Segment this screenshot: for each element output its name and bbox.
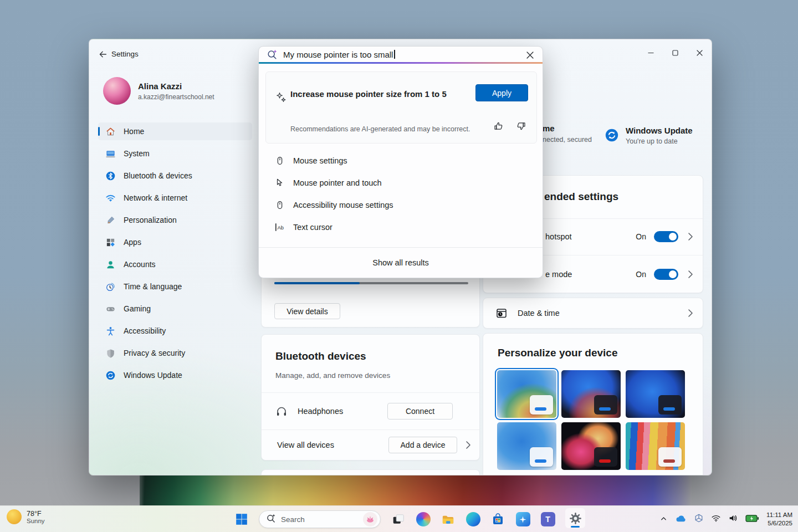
teams-button[interactable]: T — [540, 512, 555, 527]
windows-update-status: You're up to date — [626, 137, 678, 145]
sidebar-item-label: Network & internet — [124, 193, 187, 202]
network-name-fragment: me — [543, 124, 555, 133]
view-all-devices-link[interactable]: View all devices — [277, 441, 388, 449]
sidebar-item-gaming[interactable]: Gaming — [98, 300, 252, 318]
battery-charging-icon[interactable] — [745, 514, 759, 525]
view-details-button[interactable]: View details — [274, 303, 340, 319]
search-popup: My mouse pointer is too small Increase m… — [258, 46, 543, 278]
result-mouse-pointer-touch[interactable]: Mouse pointer and touch — [259, 172, 543, 194]
sidebar-item-bluetooth[interactable]: Bluetooth & devices — [98, 167, 252, 185]
ai-search-icon — [267, 49, 278, 60]
apply-button[interactable]: Apply — [475, 84, 528, 101]
sidebar-item-accessibility[interactable]: Accessibility — [98, 322, 252, 340]
user-email: a.kazzi@fineartschool.net — [138, 93, 214, 101]
tray-chevron-up[interactable] — [659, 514, 668, 525]
result-mouse-settings[interactable]: Mouse settings — [259, 150, 543, 172]
storage-progress-bar — [274, 282, 468, 284]
back-button[interactable] — [97, 48, 109, 60]
store-button[interactable] — [490, 512, 505, 527]
sidebar-item-apps[interactable]: Apps — [98, 233, 252, 251]
file-explorer-icon — [441, 513, 455, 526]
storage-progress-fill — [274, 282, 360, 284]
windows-update-icon — [605, 128, 619, 142]
bluetooth-icon — [105, 170, 116, 181]
theme-thumbnail-stripes[interactable] — [626, 422, 685, 470]
theme-thumbnail-bloom-light-blue[interactable] — [497, 422, 556, 470]
sidebar-item-personalization[interactable]: Personalization — [98, 211, 252, 229]
settings-app-button[interactable] — [565, 508, 585, 528]
theme-thumbnail-bloom-dark-colorful[interactable] — [561, 370, 621, 418]
teams-icon: T — [541, 512, 555, 526]
windows-update-icon — [105, 370, 116, 381]
windows-update-title: Windows Update — [626, 126, 693, 135]
brush-icon — [105, 214, 116, 226]
datetime-label: Date & time — [518, 309, 687, 318]
sidebar-item-time-language[interactable]: Time & language — [98, 278, 252, 295]
sidebar-item-privacy[interactable]: Privacy & security — [98, 344, 252, 362]
maximize-button[interactable] — [663, 45, 687, 60]
bluetooth-footer-row[interactable]: View all devices Add a device — [262, 429, 479, 460]
sidebar-item-accounts[interactable]: Accounts — [98, 255, 252, 273]
window-title: Settings — [111, 50, 139, 58]
theme-thumbnail-bloom-light[interactable] — [497, 370, 556, 418]
taskbar: 78°F Sunny Search T — [0, 505, 798, 532]
add-device-button[interactable]: Add a device — [388, 437, 457, 453]
thumb-down-button[interactable] — [516, 121, 526, 134]
result-text-cursor[interactable]: Ab Text cursor — [259, 216, 543, 238]
search-input[interactable]: My mouse pointer is too small — [259, 47, 543, 62]
avatar[interactable] — [103, 77, 131, 105]
shield-icon — [105, 347, 116, 359]
mouse-icon — [274, 155, 285, 166]
copilot-365-button[interactable] — [515, 512, 530, 527]
toggle-state-label: On — [636, 270, 646, 279]
close-button[interactable] — [687, 45, 712, 60]
search-query: My mouse pointer is too small — [283, 50, 393, 59]
clock-icon — [105, 281, 116, 292]
device-row: Headphones Connect — [262, 392, 479, 429]
sidebar-item-label: Bluetooth & devices — [124, 171, 192, 180]
sidebar-item-network[interactable]: Network & internet — [98, 189, 252, 207]
hexagon-tray-icon[interactable] — [694, 513, 704, 525]
theme-thumbnail-bloom-dark-blue[interactable] — [626, 370, 685, 418]
copilot-365-icon — [516, 512, 530, 526]
theme-thumbnail-floral-dark[interactable] — [561, 422, 621, 470]
show-all-results[interactable]: Show all results — [259, 248, 543, 278]
copilot-button[interactable] — [416, 512, 431, 527]
person-icon — [105, 259, 116, 270]
file-explorer-button[interactable] — [441, 512, 456, 527]
sidebar-item-home[interactable]: Home — [98, 122, 252, 140]
mode-toggle[interactable] — [654, 269, 678, 280]
hotspot-toggle[interactable] — [654, 231, 678, 242]
network-status-fragment: nected, secured — [543, 136, 592, 144]
thumb-up-button[interactable] — [493, 121, 504, 134]
taskbar-clock[interactable]: 11:11 AM 5/6/2025 — [766, 511, 792, 528]
cursor-touch-icon — [274, 177, 285, 188]
active-app-indicator — [571, 526, 580, 528]
datetime-card[interactable]: Date & time — [483, 298, 703, 329]
headphones-icon — [275, 405, 288, 417]
weather-widget[interactable]: 78°F Sunny — [7, 509, 45, 524]
sidebar-item-label: Time & language — [124, 282, 182, 291]
maximize-icon — [672, 50, 678, 56]
sidebar-item-label: Gaming — [124, 304, 151, 313]
apps-grid-icon — [105, 237, 116, 248]
sidebar-item-windows-update[interactable]: Windows Update — [98, 366, 252, 384]
theme-grid — [497, 370, 685, 470]
sidebar-nav: Home System Bluetooth & devices Network … — [98, 122, 252, 388]
wifi-tray-icon[interactable] — [711, 513, 721, 525]
edge-button[interactable] — [466, 512, 480, 527]
result-accessibility-mouse[interactable]: Accessibility mouse settings — [259, 194, 543, 216]
start-icon — [235, 513, 248, 526]
recommended-settings-title: ended settings — [544, 191, 618, 203]
weather-condition: Sunny — [27, 518, 45, 524]
start-button[interactable] — [234, 512, 249, 527]
connect-button[interactable]: Connect — [387, 403, 453, 420]
copilot-icon — [416, 512, 431, 526]
minimize-button[interactable] — [638, 45, 663, 60]
onedrive-cloud-icon[interactable] — [675, 513, 687, 526]
volume-icon[interactable] — [728, 513, 738, 525]
sidebar-item-system[interactable]: System — [98, 145, 252, 162]
popup-close-button[interactable] — [524, 49, 536, 61]
taskbar-search[interactable]: Search — [259, 510, 381, 528]
task-view-button[interactable] — [391, 512, 406, 527]
